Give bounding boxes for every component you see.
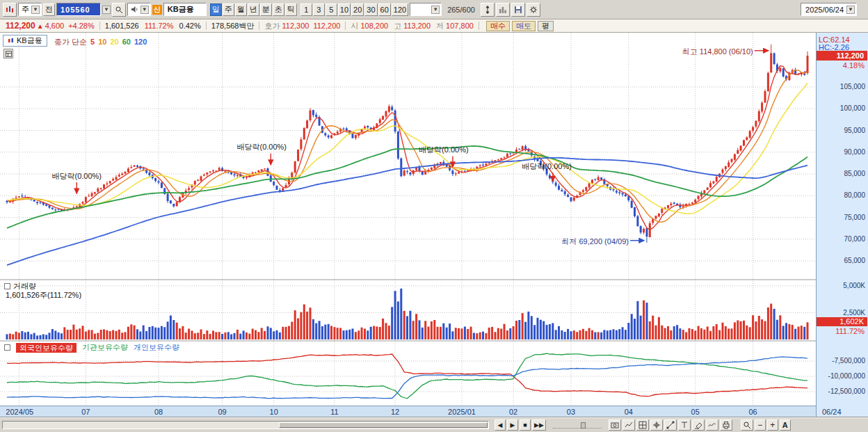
search-icon[interactable] <box>112 3 126 17</box>
zoom-slider-thumb[interactable] <box>581 422 586 429</box>
avg-button[interactable]: 평 <box>538 21 554 31</box>
grid-icon[interactable] <box>636 419 649 431</box>
x-axis-label: 08 <box>154 408 163 416</box>
save-icon[interactable] <box>511 3 525 17</box>
institution-holdings-label[interactable]: 기관보유수량 <box>82 342 128 353</box>
interval-5-button[interactable]: 5 <box>326 3 337 16</box>
period-year-button[interactable]: 년 <box>248 3 259 16</box>
holdings-pane-icon[interactable] <box>4 344 10 351</box>
chart-style-icon[interactable] <box>496 3 510 17</box>
volume-ratio: 111.72% <box>145 22 174 30</box>
chart-kind-select[interactable]: 주 ▼ <box>18 3 42 16</box>
chevron-down-icon[interactable]: ▼ <box>31 6 40 14</box>
quote-bar: 112,200 ▲ 4,600 +4.28% 1,601,526 111.72%… <box>0 19 868 33</box>
price-axis-label: 90,000 <box>844 148 865 156</box>
interval-30-button[interactable]: 30 <box>364 3 377 16</box>
date-picker[interactable]: 2025/06/24 ▼ <box>801 3 857 16</box>
volume-subtitle: 1,601,526주(111.72%) <box>6 290 81 301</box>
ma-legend-120: 120 <box>134 38 147 46</box>
zoom-slider[interactable] <box>553 422 602 429</box>
volume-axis-label: 5,000K <box>843 282 865 289</box>
x-axis-label: 05 <box>691 408 700 416</box>
chart-scrollbar[interactable] <box>2 421 489 429</box>
holdings-axis-label: -12,500,000 <box>828 387 865 395</box>
crosshair-icon[interactable] <box>650 419 663 431</box>
stop-button[interactable]: ■ <box>520 419 531 431</box>
zoom-out-button[interactable]: − <box>755 419 766 431</box>
interval-120-button[interactable]: 120 <box>392 3 408 16</box>
open-price: 108,200 <box>360 22 388 30</box>
price-axis-label: 85,000 <box>844 170 865 177</box>
hoga-label: 호가 <box>264 21 280 31</box>
holdings-axis-label: -10,000,000 <box>828 372 865 380</box>
stock-tab-label: KB금융 <box>17 35 42 46</box>
period-month-button[interactable]: 월 <box>235 3 247 16</box>
print-icon[interactable] <box>720 419 732 431</box>
zoom-search-icon[interactable] <box>741 419 753 431</box>
price-axis-label: 80,000 <box>844 191 865 199</box>
price-axis-label: 95,000 <box>844 127 865 134</box>
interval-10-button[interactable]: 10 <box>338 3 351 16</box>
foreign-holdings-chip[interactable]: 외국인보유수량 <box>16 343 77 353</box>
scroll-left-button[interactable]: ◀ <box>495 419 506 431</box>
stock-chart-window: 주 ▼ 전 105560 ▼ ▼ 신 KB금융 일주월년분초틱 13510203… <box>0 0 868 432</box>
x-axis-label: 12 <box>391 408 399 416</box>
chevron-down-icon[interactable]: ▼ <box>431 6 440 14</box>
scroll-right-button[interactable]: ▶ <box>507 419 518 431</box>
ma-legend: 종가 단순5102060120 <box>54 37 147 47</box>
chart-area[interactable]: 배당락(0.00%)배당락(0.00%)배당락(0.00%)배당락(0.00%)… <box>0 33 868 417</box>
scroll-end-button[interactable]: ▶▶ <box>532 419 546 431</box>
settings-gear-icon[interactable] <box>527 3 540 17</box>
speaker-icon <box>131 6 138 13</box>
stock-code-input[interactable]: 105560 <box>56 3 101 16</box>
scrollbar-thumb[interactable] <box>279 422 488 428</box>
trendline-icon[interactable] <box>664 419 677 431</box>
sell-button[interactable]: 매도 <box>512 21 536 31</box>
current-price-pct: 4.18% <box>843 61 865 70</box>
chevron-down-icon[interactable]: ▼ <box>140 6 149 14</box>
period-second-button[interactable]: 초 <box>273 3 284 16</box>
pan-icon[interactable] <box>481 3 495 17</box>
bid-price: 112,200 <box>313 22 340 30</box>
text-tool-icon[interactable] <box>678 419 691 431</box>
price-axis-label: 105,000 <box>840 83 865 90</box>
x-axis-label: 11 <box>330 408 338 416</box>
chart-window-icon[interactable] <box>3 3 17 17</box>
capture-icon[interactable] <box>609 419 621 431</box>
interval-20-button[interactable]: 20 <box>351 3 364 16</box>
eraser-icon[interactable] <box>692 419 705 431</box>
stock-name: KB금융 <box>163 3 207 16</box>
code-dropdown-icon[interactable]: ▼ <box>102 6 111 14</box>
volume-pane-icon[interactable] <box>4 283 10 289</box>
x-axis-label: 06 <box>748 408 757 416</box>
period-week-button[interactable]: 주 <box>223 3 234 16</box>
price-change: 4,600 <box>45 22 65 30</box>
compare-chart-icon[interactable] <box>622 419 635 431</box>
trade-value: 178,568백만 <box>211 21 255 31</box>
stock-tab[interactable]: KB금융 <box>3 35 47 47</box>
x-axis-label: 02 <box>509 408 517 416</box>
zoom-in-button[interactable]: + <box>767 419 778 431</box>
period-day-button[interactable]: 일 <box>210 3 222 16</box>
low-label: 저 <box>436 21 444 31</box>
buy-button[interactable]: 매수 <box>486 21 510 31</box>
main-toolbar: 주 ▼ 전 105560 ▼ ▼ 신 KB금융 일주월년분초틱 13510203… <box>0 0 868 19</box>
period-minute-button[interactable]: 분 <box>260 3 272 16</box>
price-change-pct: +4.28% <box>68 22 95 30</box>
sound-alert-select[interactable]: ▼ <box>127 3 151 16</box>
auto-scale-button[interactable]: A <box>780 419 791 431</box>
y-axis: LC:62.14 HC:-2.26 112,200 4.18% 1,602K 1… <box>816 33 868 417</box>
interval-3-button[interactable]: 3 <box>313 3 325 16</box>
prev-stock-button[interactable]: 전 <box>43 3 55 16</box>
indicator-icon[interactable] <box>706 419 718 431</box>
candle-mini-icon <box>8 38 14 44</box>
current-price: 112,200 <box>6 21 35 31</box>
interval-select[interactable]: ▼ <box>410 3 442 16</box>
chart-tools-icon[interactable] <box>3 49 13 58</box>
interval-60-button[interactable]: 60 <box>378 3 391 16</box>
individual-holdings-label[interactable]: 개인보유수량 <box>134 342 179 353</box>
calendar-dropdown-icon[interactable]: ▼ <box>846 6 855 14</box>
period-tick-button[interactable]: 틱 <box>285 3 297 16</box>
interval-1-button[interactable]: 1 <box>300 3 312 16</box>
open-label: 시 <box>351 21 358 31</box>
